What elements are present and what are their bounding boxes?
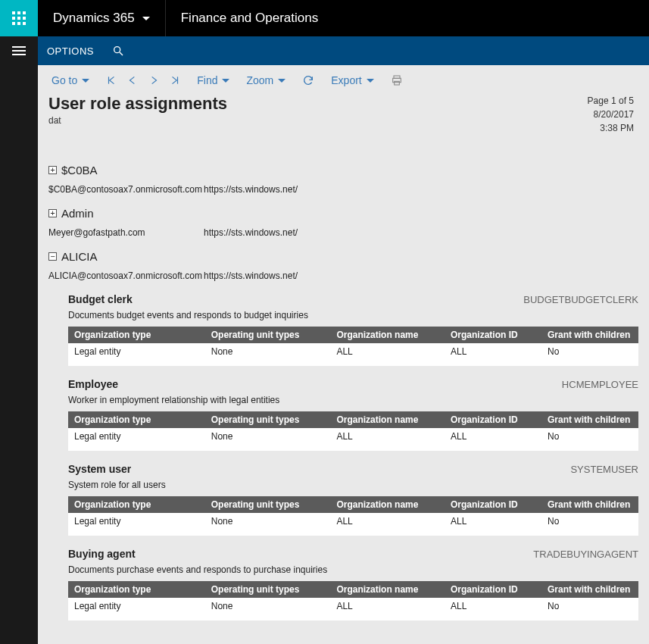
table-cell: No [541,343,638,360]
column-header: Grant with children [541,327,638,343]
table-cell: ALL [330,428,445,445]
column-header: Operating unit types [205,581,331,598]
column-header: Organization ID [445,496,541,513]
column-header: Organization name [330,411,445,428]
table-row: Legal entityNoneALLALLNo [68,513,638,530]
column-header: Operating unit types [205,327,331,343]
role-name: Employee [68,378,118,390]
role-name: Buying agent [68,548,136,560]
expander-icon[interactable]: + [48,209,57,217]
refresh-icon [302,74,314,86]
export-label: Export [331,74,361,86]
top-bar: Dynamics 365 Finance and Operations [0,0,649,36]
hamburger-icon [12,46,26,55]
product-name: Dynamics 365 [53,11,135,26]
print-button[interactable] [391,74,403,86]
table-cell: No [541,428,638,445]
user-email: ALICIA@contosoax7.onmicrosoft.com [48,270,204,281]
table-cell: None [205,343,331,360]
next-page-icon [148,75,159,86]
table-row: Legal entityNoneALLALLNo [68,343,638,360]
user-provider: https://sts.windows.net/ [204,184,298,195]
column-header: Organization ID [445,581,541,598]
first-page-icon [106,75,117,86]
product-switcher[interactable]: Dynamics 365 [38,0,166,36]
left-nav-strip [0,65,38,644]
user-provider: https://sts.windows.net/ [204,270,298,281]
export-button[interactable]: Export [331,74,373,86]
table-cell: ALL [445,513,541,530]
first-page-button[interactable] [106,75,117,86]
expander-icon[interactable]: + [48,166,57,174]
role-description: Worker in employment relationship with l… [68,395,638,405]
column-header: Organization type [68,581,205,598]
svg-rect-6 [394,81,399,85]
role-header: Budget clerkBUDGETBUDGETCLERK [68,293,638,305]
role-section: EmployeeHCMEMPLOYEEWorker in employment … [68,378,638,451]
last-page-button[interactable] [170,75,180,86]
app-launcher-button[interactable] [0,0,38,36]
column-header: Organization name [330,496,445,513]
user-header[interactable]: +$C0BA [48,164,638,177]
user-meta: $C0BA@contosoax7.onmicrosoft.comhttps://… [48,184,638,195]
print-icon [391,74,403,86]
next-page-button[interactable] [148,75,159,86]
expander-icon[interactable]: − [48,252,57,261]
table-cell: Legal entity [68,428,205,445]
table-cell: None [205,428,331,445]
table-footer-bar [68,614,638,621]
column-header: Organization name [330,327,445,343]
role-code: TRADEBUYINGAGENT [533,549,638,560]
column-header: Organization type [68,411,205,428]
chevron-down-icon [222,79,229,83]
user-meta: Meyer@gofastpath.comhttps://sts.windows.… [48,227,638,238]
page-count: Page 1 of 5 [588,94,634,108]
role-description: Documents purchase events and responds t… [68,564,638,575]
role-name: System user [68,463,131,475]
column-header: Organization ID [445,411,541,428]
chevron-down-icon [82,79,89,83]
user-meta: ALICIA@contosoax7.onmicrosoft.comhttps:/… [48,270,638,281]
user-name: ALICIA [61,250,98,263]
goto-button[interactable]: Go to [51,74,89,86]
table-cell: No [541,598,638,614]
search-button[interactable] [112,45,124,57]
svg-point-0 [114,47,120,53]
column-header: Grant with children [541,581,638,598]
user-email: Meyer@gofastpath.com [48,227,204,238]
prev-page-button[interactable] [127,75,138,86]
zoom-button[interactable]: Zoom [246,74,285,86]
table-footer-bar [68,445,638,451]
role-header: EmployeeHCMEMPLOYEE [68,378,638,390]
report-time: 3:38 PM [588,121,634,135]
role-code: HCMEMPLOYEE [562,379,638,390]
role-table: Organization typeOperating unit typesOrg… [68,496,638,536]
last-page-icon [170,75,180,86]
svg-line-1 [120,52,123,55]
user-block: +AdminMeyer@gofastpath.comhttps://sts.wi… [48,207,638,238]
options-label[interactable]: OPTIONS [38,45,94,57]
report-toolbar: Go to Find Zoom [38,65,649,94]
refresh-button[interactable] [302,74,314,86]
column-header: Organization ID [445,327,541,343]
report-subtitle: dat [48,115,227,126]
search-icon [112,45,124,57]
user-header[interactable]: −ALICIA [48,250,638,263]
table-cell: None [205,513,331,530]
user-name: Admin [61,207,94,220]
find-button[interactable]: Find [197,74,229,86]
user-header[interactable]: +Admin [48,207,638,220]
table-cell: ALL [330,598,445,614]
table-cell: Legal entity [68,598,205,614]
report-date: 8/20/2017 [588,108,634,121]
role-table: Organization typeOperating unit typesOrg… [68,327,638,366]
user-block: −ALICIAALICIA@contosoax7.onmicrosoft.com… [48,250,638,621]
column-header: Organization name [330,581,445,598]
role-header: Buying agentTRADEBUYINGAGENT [68,548,638,560]
column-header: Operating unit types [205,411,331,428]
chevron-down-icon [142,17,150,20]
waffle-icon [12,11,26,25]
report-page: Go to Find Zoom [38,65,649,644]
nav-toggle-button[interactable] [0,36,38,65]
role-section: Budget clerkBUDGETBUDGETCLERKDocuments b… [68,293,638,366]
